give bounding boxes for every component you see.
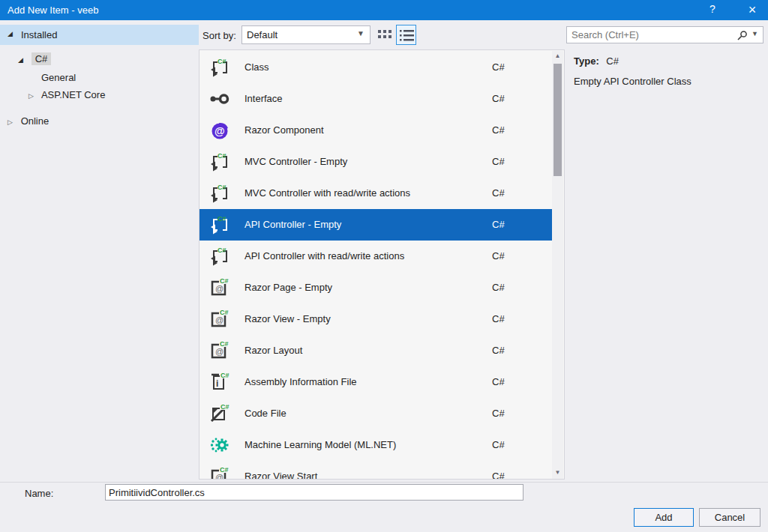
code-file-icon: C# [209, 403, 230, 424]
svg-text:@: @ [215, 315, 224, 324]
scroll-up-icon[interactable]: ▲ [552, 52, 563, 59]
csharp-label: C# [32, 52, 52, 65]
template-language: C# [492, 250, 505, 262]
template-row[interactable]: C# MVC Controller with read/write action… [200, 178, 553, 209]
template-row[interactable]: @ C#Razor LayoutC# [200, 335, 553, 366]
expand-triangle-icon[interactable]: ◢ [18, 56, 28, 64]
svg-text:C#: C# [218, 247, 226, 254]
csharp-class-icon: C# [209, 246, 230, 267]
sort-dropdown[interactable]: Default ▼ [242, 25, 370, 44]
template-language: C# [492, 471, 505, 480]
sort-by-label: Sort by: [202, 30, 236, 41]
template-row[interactable]: C# MVC Controller - EmptyC# [200, 146, 553, 178]
scroll-down-icon[interactable]: ▼ [552, 469, 563, 476]
list-view-icon [400, 29, 414, 41]
template-row[interactable]: @ C#Razor View - EmptyC# [200, 303, 553, 335]
sort-dropdown-value: Default [247, 29, 278, 40]
footer-divider [0, 482, 768, 483]
template-language: C# [492, 156, 505, 167]
template-name: MVC Controller with read/write actions [244, 187, 410, 199]
name-input[interactable] [105, 484, 524, 501]
cancel-button[interactable]: Cancel [699, 508, 760, 527]
collapse-triangle-icon[interactable]: ▷ [8, 118, 18, 126]
template-name: Assembly Information File [244, 376, 357, 387]
title-bar: Add New Item - veeb ? × [0, 0, 768, 20]
svg-text:C#: C# [220, 340, 229, 348]
template-language: C# [492, 124, 505, 136]
search-box: ▼ [566, 26, 764, 43]
template-row[interactable]: @Razor ComponentC# [200, 115, 553, 146]
svg-text:C#: C# [218, 215, 226, 223]
sidebar-item-general[interactable]: General [41, 72, 76, 87]
close-icon[interactable]: × [741, 1, 764, 19]
template-language: C# [492, 219, 505, 230]
sidebar-item-installed[interactable]: ◢ Installed [0, 25, 199, 45]
razor-file-icon: @ C# [209, 277, 230, 298]
search-input[interactable] [567, 27, 738, 43]
online-label: Online [21, 115, 50, 127]
template-language: C# [492, 187, 505, 199]
type-value: C# [606, 55, 619, 67]
window-title: Add New Item - veeb [8, 4, 98, 16]
svg-text:C#: C# [220, 403, 230, 411]
expand-triangle-icon[interactable]: ◢ [8, 30, 18, 37]
template-name: API Controller with read/write actions [244, 250, 404, 262]
template-language: C# [492, 282, 505, 293]
svg-text:C#: C# [220, 466, 229, 474]
mlnet-icon [209, 435, 230, 456]
sidebar-item-online[interactable]: ▷ Online [8, 115, 49, 130]
template-row[interactable]: C# ClassC# [200, 52, 553, 83]
vertical-scrollbar[interactable]: ▲ ▼ [552, 51, 563, 479]
template-row[interactable]: Machine Learning Model (ML.NET)C# [200, 429, 553, 461]
svg-text:C#: C# [218, 152, 226, 160]
csharp-class-icon: C# [209, 214, 230, 235]
list-view-button[interactable] [396, 25, 416, 45]
svg-text:C#: C# [218, 184, 226, 191]
collapse-triangle-icon[interactable]: ▷ [28, 92, 39, 100]
search-options-arrow-icon[interactable]: ▼ [752, 30, 758, 37]
sidebar-item-csharp[interactable]: ◢ C# [18, 53, 51, 68]
template-language: C# [492, 313, 505, 324]
template-row[interactable]: i C#Assembly Information FileC# [200, 366, 553, 398]
svg-text:@: @ [214, 125, 225, 137]
template-name: Razor Component [244, 124, 324, 136]
search-icon[interactable] [736, 30, 748, 43]
template-row[interactable]: C# API Controller with read/write action… [200, 241, 553, 272]
svg-text:C#: C# [220, 277, 229, 285]
add-button[interactable]: Add [634, 508, 694, 527]
template-row[interactable]: @ C#Razor View StartC# [200, 461, 553, 480]
template-row[interactable]: C# API Controller - EmptyC# [200, 209, 553, 241]
interface-icon [209, 88, 230, 109]
template-rows: C# ClassC# InterfaceC# @Razor ComponentC… [200, 52, 553, 480]
template-row[interactable]: @ C#Razor Page - EmptyC# [200, 272, 553, 303]
razor-file-icon: @ C# [209, 340, 230, 361]
template-name: Razor Page - Empty [244, 282, 332, 293]
template-type-row: Type: C# [574, 55, 619, 67]
template-list: C# ClassC# InterfaceC# @Razor ComponentC… [199, 49, 565, 480]
svg-text:C#: C# [220, 309, 229, 316]
template-name: API Controller - Empty [244, 219, 341, 230]
template-name: Interface [244, 93, 283, 104]
scrollbar-thumb[interactable] [554, 64, 562, 176]
template-row[interactable]: InterfaceC# [200, 83, 553, 115]
template-description: Empty API Controller Class [574, 76, 692, 87]
small-icons-view-button[interactable] [377, 28, 394, 43]
name-label: Name: [25, 488, 53, 499]
type-label: Type: [574, 55, 599, 67]
general-label: General [41, 72, 76, 83]
template-language: C# [492, 408, 505, 419]
template-language: C# [492, 376, 505, 387]
grid-view-icon [377, 28, 392, 42]
help-icon[interactable]: ? [704, 3, 722, 18]
csharp-class-icon: C# [209, 151, 230, 172]
chevron-down-icon: ▼ [357, 29, 364, 37]
template-language: C# [492, 93, 505, 104]
sidebar-item-aspnet-core[interactable]: ▷ ASP.NET Core [28, 89, 105, 104]
template-language: C# [492, 345, 505, 356]
template-name: Razor View Start [244, 471, 317, 480]
svg-text:C#: C# [218, 58, 226, 65]
svg-text:i: i [216, 378, 218, 389]
aspnet-core-label: ASP.NET Core [41, 89, 106, 100]
template-row[interactable]: C#Code FileC# [200, 398, 553, 429]
template-name: MVC Controller - Empty [244, 156, 347, 167]
